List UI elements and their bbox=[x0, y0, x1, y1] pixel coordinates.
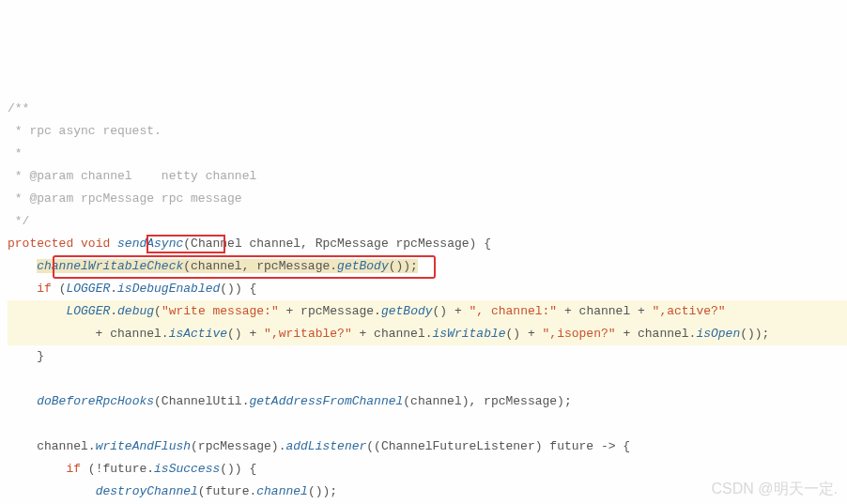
comment-line: * @param channel netty channel bbox=[8, 165, 847, 188]
method-signature: protected void sendAsync(Channel channel… bbox=[8, 233, 847, 255]
code-line bbox=[8, 368, 847, 390]
comment-line: * @param rpcMessage rpc message bbox=[8, 188, 847, 210]
comment-line: /** bbox=[8, 98, 847, 120]
code-line: channelWritableCheck(channel, rpcMessage… bbox=[8, 255, 847, 278]
code-line-highlight: + channel.isActive() + ",writable?" + ch… bbox=[8, 323, 847, 345]
comment-line: * bbox=[8, 143, 847, 165]
method-name-sendAsync: sendAsync bbox=[117, 237, 183, 251]
code-block: /** * rpc async request. * * @param chan… bbox=[8, 98, 847, 504]
comment-line: * rpc async request. bbox=[8, 120, 847, 143]
method-channelWritableCheck: channelWritableCheck bbox=[37, 259, 183, 273]
comment-line: */ bbox=[8, 210, 847, 233]
code-line: channel.writeAndFlush(rpcMessage).addLis… bbox=[8, 435, 847, 458]
code-line: doBeforeRpcHooks(ChannelUtil.getAddressF… bbox=[8, 390, 847, 413]
code-line-highlight: LOGGER.debug("write message:" + rpcMessa… bbox=[8, 300, 847, 323]
code-line: destroyChannel(future.channel()); bbox=[8, 481, 847, 503]
code-line: if (!future.isSuccess()) { bbox=[8, 458, 847, 481]
code-line bbox=[8, 413, 847, 435]
code-line: if (LOGGER.isDebugEnabled()) { bbox=[8, 278, 847, 300]
code-line: } bbox=[8, 345, 847, 368]
